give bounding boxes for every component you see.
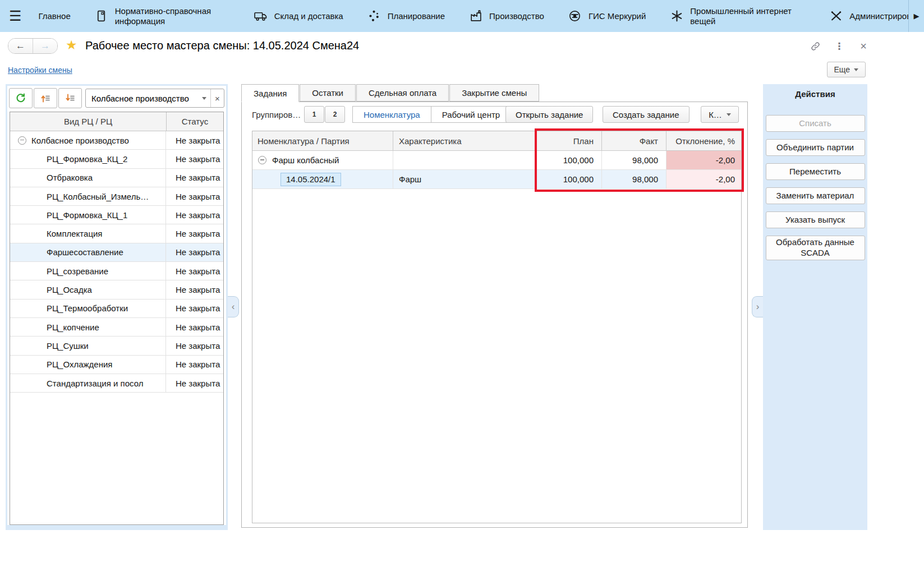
- workcenter-row[interactable]: РЦ_Колбасный_Измель…Не закрыта: [10, 187, 223, 206]
- sub-header: Настройки смены Еще: [0, 59, 924, 84]
- nav-item-home[interactable]: Главное: [38, 11, 70, 21]
- nav-item-production[interactable]: Производство: [468, 9, 544, 24]
- action-button-переместить[interactable]: Переместить: [766, 163, 865, 180]
- left-splitter-handle[interactable]: ‹: [228, 296, 239, 317]
- workcenter-status: Не закрыта: [166, 243, 223, 261]
- column-header-plan[interactable]: План: [536, 131, 602, 150]
- workcenter-status: Не закрыта: [166, 169, 223, 187]
- collapse-node-icon[interactable]: [258, 156, 266, 164]
- workcenter-name-cell: РЦ_Осадка: [10, 280, 166, 298]
- task-row[interactable]: 14.05.2024/1Фарш100,00098,000-2,00: [252, 170, 741, 189]
- nav-item-warehouse[interactable]: Склад и доставка: [254, 9, 343, 24]
- tab-сдельная-оплата[interactable]: Сдельная оплата: [356, 84, 449, 102]
- combobox-value: Колбасное производство: [86, 94, 198, 103]
- view-toggle-рабочий-центр[interactable]: Рабочий центр: [431, 106, 511, 123]
- right-splitter-handle[interactable]: ›: [752, 296, 763, 317]
- tasks-table-header: Номенклатура / Партия Характеристика Пла…: [252, 131, 741, 151]
- document-icon: [94, 9, 109, 24]
- workcenter-row[interactable]: ФаршесоставлениеНе закрыта: [10, 243, 223, 262]
- workcenter-row[interactable]: РЦ_созреваниеНе закрыта: [10, 262, 223, 280]
- workcenter-row[interactable]: РЦ_СушкиНе закрыта: [10, 337, 223, 355]
- workcenter-name-cell: Стандартизация и посол: [10, 374, 166, 392]
- action-button-объединить-партии[interactable]: Объединить партии: [766, 139, 865, 156]
- workcenter-name-cell: Отбраковка: [10, 169, 166, 187]
- workcenter-name: РЦ_созревание: [47, 266, 108, 276]
- close-icon[interactable]: ×: [858, 40, 869, 52]
- workcenters-table-header: Вид РЦ / РЦ Статус: [10, 112, 223, 131]
- nav-scroll-right-icon[interactable]: ▶: [908, 0, 924, 32]
- workcenter-row[interactable]: КомплектацияНе закрыта: [10, 224, 223, 243]
- workcenter-row[interactable]: РЦ_ОхлажденияНе закрыта: [10, 356, 223, 374]
- workcenter-name-cell: Фаршесоставление: [10, 243, 166, 261]
- action-button-обработать-данные-scada[interactable]: Обработать данные SCADA: [766, 236, 865, 260]
- workcenter-name-cell: РЦ_Формовка_КЦ_1: [10, 206, 166, 224]
- title-bar: ← → ★ Рабочее место мастера смены: 14.05…: [0, 32, 924, 59]
- task-nomenclature-cell: 14.05.2024/1: [252, 170, 393, 188]
- workcenter-name: Комплектация: [47, 229, 102, 238]
- more-button[interactable]: Еще: [827, 62, 866, 77]
- tab-закрытие-смены[interactable]: Закрытие смены: [449, 84, 539, 102]
- main-menu-icon[interactable]: ☰: [9, 9, 21, 23]
- nav-item-label: Производство: [489, 11, 544, 21]
- top-navigation-bar: ☰ ГлавноеНормативно-справочная информаци…: [0, 0, 924, 32]
- forward-button[interactable]: →: [33, 39, 57, 53]
- action-button-списать: Списать: [766, 115, 865, 132]
- collapse-node-icon[interactable]: [18, 136, 26, 145]
- column-header-fact[interactable]: Факт: [602, 131, 666, 150]
- expand-all-button[interactable]: [58, 88, 82, 108]
- combobox-clear-icon[interactable]: ×: [210, 89, 224, 107]
- column-header-deviation[interactable]: Отклонение, %: [666, 131, 741, 150]
- nav-item-iiot[interactable]: Промышленный интернет вещей: [669, 6, 805, 26]
- nav-item-gis-mercury[interactable]: ГИС Меркурий: [568, 9, 646, 24]
- action-button-заменить-материал[interactable]: Заменить материал: [766, 187, 865, 204]
- action-button-указать-выпуск[interactable]: Указать выпуск: [766, 211, 865, 228]
- planning-icon: [367, 9, 381, 24]
- link-icon[interactable]: [810, 40, 821, 52]
- mercury-icon: [568, 9, 582, 24]
- workcenter-row[interactable]: РЦ_ТермообработкиНе закрыта: [10, 300, 223, 318]
- actions-panel: Действия СписатьОбъединить партииПеремес…: [763, 84, 867, 530]
- combobox-dropdown-icon[interactable]: [198, 97, 210, 100]
- history-nav-buttons: ← →: [8, 38, 58, 54]
- collapse-all-button[interactable]: [34, 88, 57, 108]
- grouping-level-1-button[interactable]: 1: [304, 106, 324, 123]
- column-header-characteristic[interactable]: Характеристика: [393, 131, 536, 150]
- open-task-button[interactable]: Открыть задание: [505, 106, 593, 123]
- grouping-level-2-button[interactable]: 2: [325, 106, 345, 123]
- workcenter-name: РЦ_копчение: [47, 323, 99, 332]
- view-toggle-номенклатура[interactable]: Номенклатура: [352, 106, 431, 123]
- workcenter-row[interactable]: Стандартизация и посолНе закрыта: [10, 374, 223, 393]
- back-button[interactable]: ←: [8, 39, 33, 53]
- overflow-commands-button[interactable]: К…: [701, 106, 739, 123]
- workcenter-row[interactable]: РЦ_Формовка_КЦ_2Не закрыта: [10, 150, 223, 168]
- more-menu-icon[interactable]: ⋮: [834, 40, 845, 52]
- shift-settings-link[interactable]: Настройки смены: [8, 66, 72, 75]
- task-deviation-value: -2,00: [666, 170, 741, 188]
- workcenter-name-cell: РЦ_Формовка_КЦ_2: [10, 150, 166, 168]
- task-plan-value: 100,000: [536, 170, 602, 188]
- nav-item-planning[interactable]: Планирование: [367, 9, 445, 24]
- workcenter-row[interactable]: РЦ_копчениеНе закрыта: [10, 318, 223, 337]
- create-task-button[interactable]: Создать задание: [603, 106, 689, 123]
- tab-остатки[interactable]: Остатки: [300, 84, 356, 102]
- workcenter-status: Не закрыта: [166, 187, 223, 205]
- workcenter-type-combobox[interactable]: Колбасное производство ×: [85, 89, 224, 108]
- column-header-status[interactable]: Статус: [167, 112, 223, 131]
- task-batch-focused-cell[interactable]: 14.05.2024/1: [281, 173, 341, 186]
- workcenter-status: Не закрыта: [166, 374, 223, 392]
- column-header-workcenter[interactable]: Вид РЦ / РЦ: [10, 112, 167, 131]
- nav-item-nsi[interactable]: Нормативно-справочная информация: [94, 6, 230, 26]
- task-row[interactable]: Фарш колбасный100,00098,000-2,00: [252, 151, 741, 170]
- favorite-star-icon[interactable]: ★: [66, 39, 77, 52]
- workcenter-status: Не закрыта: [166, 318, 223, 336]
- workcenter-row[interactable]: РЦ_ОсадкаНе закрыта: [10, 280, 223, 299]
- workcenter-name: РЦ_Колбасный_Измель…: [47, 192, 149, 201]
- column-header-nomenclature[interactable]: Номенклатура / Партия: [252, 131, 393, 150]
- workcenter-row[interactable]: ОтбраковкаНе закрыта: [10, 169, 223, 187]
- workcenter-status: Не закрыта: [166, 206, 223, 224]
- tab-задания[interactable]: Задания: [241, 84, 299, 102]
- workcenter-name-cell: Комплектация: [10, 224, 166, 242]
- workcenter-row[interactable]: Колбасное производствоНе закрыта: [10, 131, 223, 150]
- refresh-button[interactable]: [9, 88, 33, 108]
- workcenter-row[interactable]: РЦ_Формовка_КЦ_1Не закрыта: [10, 206, 223, 224]
